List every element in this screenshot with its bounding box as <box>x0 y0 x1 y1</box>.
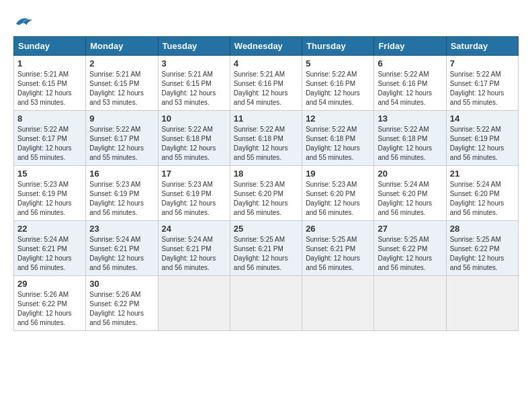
cell-details: Sunrise: 5:22 AMSunset: 6:16 PMDaylight:… <box>306 70 370 107</box>
day-number: 9 <box>89 113 154 124</box>
cell-details: Sunrise: 5:22 AMSunset: 6:18 PMDaylight:… <box>378 125 442 163</box>
cell-details: Sunrise: 5:24 AMSunset: 6:20 PMDaylight:… <box>450 180 515 218</box>
day-number: 27 <box>378 224 442 234</box>
cell-details: Sunrise: 5:21 AMSunset: 6:15 PMDaylight:… <box>162 70 226 107</box>
day-number: 8 <box>17 113 82 124</box>
calendar-cell: 2Sunrise: 5:21 AMSunset: 6:15 PMDaylight… <box>86 56 158 111</box>
cell-details: Sunrise: 5:23 AMSunset: 6:19 PMDaylight:… <box>162 180 226 218</box>
cell-details: Sunrise: 5:22 AMSunset: 6:17 PMDaylight:… <box>89 125 154 163</box>
calendar-week-row: 1Sunrise: 5:21 AMSunset: 6:15 PMDaylight… <box>14 56 519 111</box>
calendar-cell <box>302 276 374 331</box>
calendar-cell: 30Sunrise: 5:26 AMSunset: 6:22 PMDayligh… <box>86 276 158 331</box>
calendar-week-row: 29Sunrise: 5:26 AMSunset: 6:22 PMDayligh… <box>14 276 519 331</box>
cell-details: Sunrise: 5:22 AMSunset: 6:17 PMDaylight:… <box>450 70 515 107</box>
cell-details: Sunrise: 5:23 AMSunset: 6:19 PMDaylight:… <box>17 180 82 218</box>
day-number: 5 <box>306 58 370 68</box>
day-number: 3 <box>162 58 226 68</box>
calendar-week-row: 22Sunrise: 5:24 AMSunset: 6:21 PMDayligh… <box>14 221 519 276</box>
day-number: 10 <box>162 113 226 124</box>
day-number: 17 <box>162 169 226 179</box>
weekday-header: Wednesday <box>230 37 302 56</box>
cell-details: Sunrise: 5:21 AMSunset: 6:16 PMDaylight:… <box>234 70 298 107</box>
calendar-cell: 24Sunrise: 5:24 AMSunset: 6:21 PMDayligh… <box>158 221 230 276</box>
weekday-header: Saturday <box>446 37 518 56</box>
calendar-cell: 21Sunrise: 5:24 AMSunset: 6:20 PMDayligh… <box>446 166 518 221</box>
calendar-cell: 23Sunrise: 5:24 AMSunset: 6:21 PMDayligh… <box>86 221 158 276</box>
calendar-cell: 10Sunrise: 5:22 AMSunset: 6:18 PMDayligh… <box>158 111 230 166</box>
calendar-cell: 22Sunrise: 5:24 AMSunset: 6:21 PMDayligh… <box>14 221 86 276</box>
day-number: 2 <box>89 58 154 68</box>
day-number: 28 <box>450 224 515 234</box>
weekday-header: Thursday <box>302 37 374 56</box>
day-number: 7 <box>450 58 515 68</box>
cell-details: Sunrise: 5:21 AMSunset: 6:15 PMDaylight:… <box>89 70 154 107</box>
cell-details: Sunrise: 5:22 AMSunset: 6:19 PMDaylight:… <box>450 125 515 163</box>
day-number: 13 <box>378 113 442 124</box>
cell-details: Sunrise: 5:23 AMSunset: 6:20 PMDaylight:… <box>306 180 370 218</box>
day-number: 6 <box>378 58 442 68</box>
day-number: 25 <box>234 224 298 234</box>
day-number: 16 <box>89 169 154 179</box>
day-number: 11 <box>234 113 298 124</box>
calendar-cell: 4Sunrise: 5:21 AMSunset: 6:16 PMDaylight… <box>230 56 302 111</box>
day-number: 26 <box>306 224 370 234</box>
calendar-cell: 9Sunrise: 5:22 AMSunset: 6:17 PMDaylight… <box>86 111 158 166</box>
page-header <box>13 13 519 30</box>
cell-details: Sunrise: 5:25 AMSunset: 6:22 PMDaylight:… <box>378 235 442 273</box>
calendar-cell: 3Sunrise: 5:21 AMSunset: 6:15 PMDaylight… <box>158 56 230 111</box>
day-number: 23 <box>89 224 154 234</box>
calendar-cell: 7Sunrise: 5:22 AMSunset: 6:17 PMDaylight… <box>446 56 518 111</box>
cell-details: Sunrise: 5:24 AMSunset: 6:21 PMDaylight:… <box>17 235 82 273</box>
cell-details: Sunrise: 5:25 AMSunset: 6:21 PMDaylight:… <box>306 235 370 273</box>
calendar-cell: 6Sunrise: 5:22 AMSunset: 6:16 PMDaylight… <box>374 56 446 111</box>
calendar-body: 1Sunrise: 5:21 AMSunset: 6:15 PMDaylight… <box>14 56 519 331</box>
logo-icon <box>13 13 34 30</box>
calendar-table: SundayMondayTuesdayWednesdayThursdayFrid… <box>13 36 519 331</box>
cell-details: Sunrise: 5:22 AMSunset: 6:18 PMDaylight:… <box>162 125 226 163</box>
calendar-cell: 5Sunrise: 5:22 AMSunset: 6:16 PMDaylight… <box>302 56 374 111</box>
day-number: 4 <box>234 58 298 68</box>
calendar-week-row: 8Sunrise: 5:22 AMSunset: 6:17 PMDaylight… <box>14 111 519 166</box>
cell-details: Sunrise: 5:23 AMSunset: 6:20 PMDaylight:… <box>234 180 298 218</box>
day-number: 29 <box>17 279 82 289</box>
calendar-cell: 28Sunrise: 5:25 AMSunset: 6:22 PMDayligh… <box>446 221 518 276</box>
cell-details: Sunrise: 5:25 AMSunset: 6:21 PMDaylight:… <box>234 235 298 273</box>
day-number: 12 <box>306 113 370 124</box>
day-number: 22 <box>17 224 82 234</box>
calendar-cell: 19Sunrise: 5:23 AMSunset: 6:20 PMDayligh… <box>302 166 374 221</box>
cell-details: Sunrise: 5:21 AMSunset: 6:15 PMDaylight:… <box>17 70 82 107</box>
day-number: 15 <box>17 169 82 179</box>
cell-details: Sunrise: 5:26 AMSunset: 6:22 PMDaylight:… <box>17 290 82 328</box>
calendar-cell: 15Sunrise: 5:23 AMSunset: 6:19 PMDayligh… <box>14 166 86 221</box>
calendar-cell: 20Sunrise: 5:24 AMSunset: 6:20 PMDayligh… <box>374 166 446 221</box>
calendar-week-row: 15Sunrise: 5:23 AMSunset: 6:19 PMDayligh… <box>14 166 519 221</box>
cell-details: Sunrise: 5:22 AMSunset: 6:16 PMDaylight:… <box>378 70 442 107</box>
calendar-cell: 29Sunrise: 5:26 AMSunset: 6:22 PMDayligh… <box>14 276 86 331</box>
calendar-cell: 13Sunrise: 5:22 AMSunset: 6:18 PMDayligh… <box>374 111 446 166</box>
weekday-header: Friday <box>374 37 446 56</box>
calendar-cell: 18Sunrise: 5:23 AMSunset: 6:20 PMDayligh… <box>230 166 302 221</box>
day-number: 24 <box>162 224 226 234</box>
calendar-cell: 14Sunrise: 5:22 AMSunset: 6:19 PMDayligh… <box>446 111 518 166</box>
weekday-header: Tuesday <box>158 37 230 56</box>
calendar-cell <box>374 276 446 331</box>
calendar-cell: 8Sunrise: 5:22 AMSunset: 6:17 PMDaylight… <box>14 111 86 166</box>
calendar-header-row: SundayMondayTuesdayWednesdayThursdayFrid… <box>14 37 519 56</box>
calendar-cell: 12Sunrise: 5:22 AMSunset: 6:18 PMDayligh… <box>302 111 374 166</box>
day-number: 21 <box>450 169 515 179</box>
calendar-cell <box>446 276 518 331</box>
day-number: 1 <box>17 58 82 68</box>
cell-details: Sunrise: 5:23 AMSunset: 6:19 PMDaylight:… <box>89 180 154 218</box>
day-number: 18 <box>234 169 298 179</box>
calendar-cell <box>158 276 230 331</box>
day-number: 20 <box>378 169 442 179</box>
cell-details: Sunrise: 5:22 AMSunset: 6:17 PMDaylight:… <box>17 125 82 163</box>
day-number: 19 <box>306 169 370 179</box>
day-number: 30 <box>89 279 154 289</box>
calendar-cell: 17Sunrise: 5:23 AMSunset: 6:19 PMDayligh… <box>158 166 230 221</box>
calendar-cell: 26Sunrise: 5:25 AMSunset: 6:21 PMDayligh… <box>302 221 374 276</box>
cell-details: Sunrise: 5:22 AMSunset: 6:18 PMDaylight:… <box>234 125 298 163</box>
calendar-cell: 1Sunrise: 5:21 AMSunset: 6:15 PMDaylight… <box>14 56 86 111</box>
cell-details: Sunrise: 5:24 AMSunset: 6:20 PMDaylight:… <box>378 180 442 218</box>
cell-details: Sunrise: 5:26 AMSunset: 6:22 PMDaylight:… <box>89 290 154 328</box>
